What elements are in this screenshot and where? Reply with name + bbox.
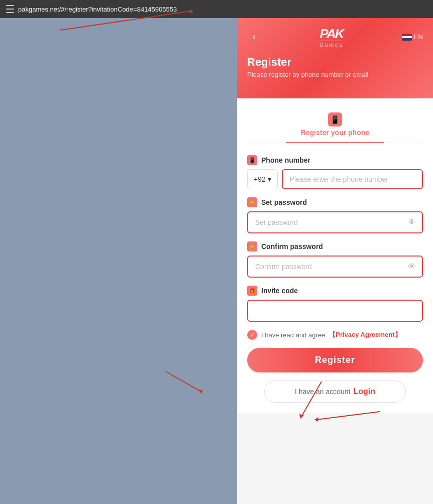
page-subtitle: Please register by phone number or email xyxy=(247,71,423,78)
country-select[interactable]: +92 ▾ xyxy=(247,169,278,189)
lock-label-icon: 🔒 xyxy=(247,197,257,207)
login-prefix: I have an account xyxy=(295,388,351,396)
logo-text: PAK xyxy=(319,26,343,42)
phone-row: +92 ▾ xyxy=(247,169,423,189)
left-background xyxy=(0,18,237,504)
lock-label-icon-confirm: 🔒 xyxy=(247,241,257,251)
phone-field-label: 📱 Phone number xyxy=(247,155,423,165)
eye-icon-set-password[interactable]: 👁 xyxy=(408,218,416,227)
confirm-password-input[interactable] xyxy=(248,257,422,277)
tabs-container: 📱 Register your phone xyxy=(247,108,423,143)
page-title: Register xyxy=(247,56,423,69)
url-bar[interactable]: pakgames.net/#/register?invitationCode=8… xyxy=(18,6,177,13)
chevron-down-icon: ▾ xyxy=(268,175,271,183)
header-top: ‹ PAK Games EN xyxy=(247,26,423,48)
logo: PAK Games xyxy=(319,26,343,48)
flag-icon xyxy=(402,34,412,41)
agreement-row: ✓ I have read and agree 【Privacy Agreeme… xyxy=(247,330,423,340)
country-code: +92 xyxy=(254,175,266,183)
set-password-input[interactable] xyxy=(248,212,422,232)
phone-tab-icon: 📱 xyxy=(328,112,342,127)
tab-phone-label: Register your phone xyxy=(301,129,369,137)
phone-label-text: Phone number xyxy=(261,156,310,164)
browser-bar: pakgames.net/#/register?invitationCode=8… xyxy=(0,0,433,18)
set-password-field-group: 🔒 Set password 👁 xyxy=(247,197,423,233)
lang-label: EN xyxy=(414,33,423,41)
invite-code-input[interactable]: 84145905553 xyxy=(247,300,423,322)
login-label: Login xyxy=(353,387,375,396)
set-password-label: 🔒 Set password xyxy=(247,197,423,207)
login-button[interactable]: I have an account Login xyxy=(264,381,406,403)
gift-label-icon: 🎁 xyxy=(247,286,257,296)
phone-input[interactable] xyxy=(282,169,423,189)
language-button[interactable]: EN xyxy=(402,33,423,41)
set-password-wrapper: 👁 xyxy=(247,211,423,233)
invite-code-label-text: Invite code xyxy=(261,287,298,295)
menu-icon xyxy=(6,5,14,13)
app-header: ‹ PAK Games EN Register Please register … xyxy=(237,18,433,98)
phone-container: ‹ PAK Games EN Register Please register … xyxy=(237,18,433,504)
form-area: 📱 Register your phone 📱 Phone number +92… xyxy=(237,98,433,413)
confirm-password-label: 🔒 Confirm password xyxy=(247,241,423,251)
login-row: I have an account Login xyxy=(247,381,423,403)
register-button[interactable]: Register xyxy=(247,348,423,372)
confirm-password-field-group: 🔒 Confirm password 👁 xyxy=(247,241,423,278)
privacy-link[interactable]: 【Privacy Agreement】 xyxy=(329,330,401,339)
eye-icon-confirm-password[interactable]: 👁 xyxy=(408,262,416,271)
confirm-password-wrapper: 👁 xyxy=(247,256,423,278)
invite-code-field-group: 🎁 Invite code 84145905553 xyxy=(247,286,423,322)
agreement-checkbox[interactable]: ✓ xyxy=(247,330,257,340)
confirm-password-label-text: Confirm password xyxy=(261,242,323,250)
phone-field-group: 📱 Phone number +92 ▾ xyxy=(247,155,423,189)
agreement-text: I have read and agree xyxy=(261,331,325,339)
back-button[interactable]: ‹ xyxy=(247,30,261,44)
phone-label-icon: 📱 xyxy=(247,155,257,165)
tab-phone[interactable]: 📱 Register your phone xyxy=(286,108,384,143)
content-area: ‹ PAK Games EN Register Please register … xyxy=(0,18,433,504)
invite-code-label: 🎁 Invite code xyxy=(247,286,423,296)
set-password-label-text: Set password xyxy=(261,198,307,206)
logo-games: Games xyxy=(319,41,343,48)
